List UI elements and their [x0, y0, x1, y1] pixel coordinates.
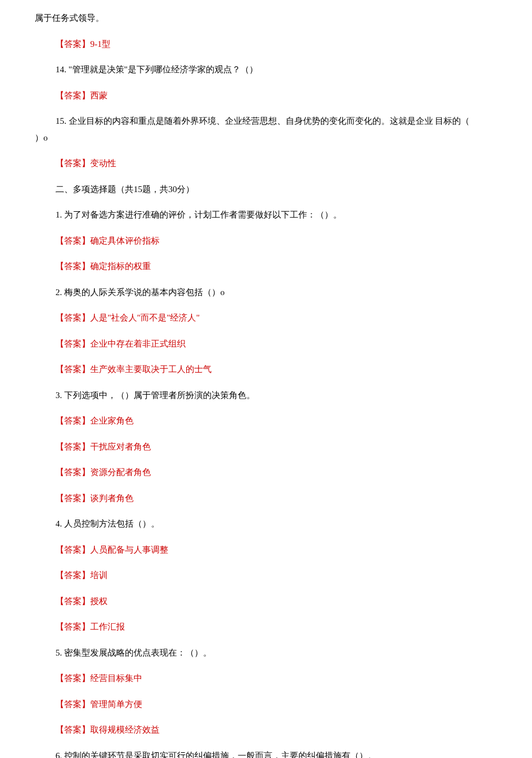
- answer-line: 【答案】管理简单方便: [35, 698, 497, 711]
- question-line: 6. 控制的关键环节是采取切实可行的纠偏措施，一般而言，主要的纠偏措施有（）。: [35, 749, 497, 759]
- question-line: 2. 梅奥的人际关系学说的基本内容包括（）o: [35, 286, 497, 299]
- answer-line: 【答案】确定具体评价指标: [35, 234, 497, 248]
- question-text: 15. 企业目标的内容和重点是随着外界环境、企业经营思想、自身优势的变化而变化的…: [56, 116, 470, 126]
- section-heading: 二、多项选择题（共15题，共30分）: [35, 183, 497, 196]
- answer-text: 企业中存在着非正式组织: [90, 339, 186, 348]
- answer-tag: 【答案】: [56, 674, 90, 683]
- answer-tag: 【答案】: [56, 622, 90, 631]
- question-line-cont: ）o: [35, 131, 497, 145]
- answer-text: 西蒙: [90, 91, 108, 100]
- question-text: ）o: [35, 133, 48, 142]
- answer-text: 确定具体评价指标: [90, 236, 160, 245]
- question-text: 6. 控制的关键环节是采取切实可行的纠偏措施，一般而言，主要的纠偏措施有（）。: [56, 751, 376, 759]
- heading-text: 二、多项选择题（共15题，共30分）: [56, 185, 194, 194]
- answer-line: 【答案】授权: [35, 595, 497, 608]
- answer-text: 企业家角色: [90, 416, 134, 425]
- answer-line: 【答案】培训: [35, 569, 497, 582]
- question-text: 属于任务式领导。: [35, 13, 104, 23]
- answer-tag: 【答案】: [56, 494, 90, 503]
- answer-line: 【答案】变动性: [35, 157, 497, 170]
- answer-line: 【答案】经营目标集中: [35, 672, 497, 685]
- answer-text: 谈判者角色: [90, 494, 134, 503]
- answer-text: 人员配备与人事调整: [90, 545, 168, 554]
- question-text: 2. 梅奥的人际关系学说的基本内容包括（）o: [56, 288, 225, 297]
- text-line: 属于任务式领导。: [35, 12, 497, 25]
- question-line: 14. "管理就是决策"是下列哪位经济学家的观点？（）: [35, 63, 497, 76]
- answer-tag: 【答案】: [56, 262, 90, 271]
- answer-tag: 【答案】: [56, 442, 90, 451]
- question-text: 3. 下列选项中，（）属于管理者所扮演的决策角色。: [56, 391, 255, 400]
- answer-text: 确定指标的权重: [90, 262, 151, 271]
- answer-tag: 【答案】: [56, 339, 90, 348]
- answer-line: 【答案】取得规模经济效益: [35, 723, 497, 737]
- answer-line: 【答案】9-1型: [35, 38, 497, 51]
- answer-line: 【答案】资源分配者角色: [35, 466, 497, 479]
- question-line: 5. 密集型发展战略的优点表现在：（）。: [35, 646, 497, 660]
- answer-tag: 【答案】: [56, 468, 90, 477]
- answer-line: 【答案】生产效率主要取决于工人的士气: [35, 363, 497, 376]
- answer-line: 【答案】企业中存在着非正式组织: [35, 337, 497, 351]
- answer-text: 工作汇报: [90, 622, 125, 631]
- answer-line: 【答案】工作汇报: [35, 620, 497, 634]
- answer-text: 生产效率主要取决于工人的士气: [90, 365, 212, 374]
- answer-tag: 【答案】: [56, 700, 90, 709]
- answer-text: 人是"社会人"而不是"经济人": [90, 313, 200, 322]
- answer-text: 授权: [90, 597, 108, 606]
- answer-tag: 【答案】: [56, 416, 90, 425]
- question-line: 15. 企业目标的内容和重点是随着外界环境、企业经营思想、自身优势的变化而变化的…: [35, 115, 497, 128]
- answer-line: 【答案】西蒙: [35, 89, 497, 102]
- answer-tag: 【答案】: [56, 597, 90, 606]
- answer-tag: 【答案】: [56, 39, 90, 49]
- answer-text: 9-1型: [90, 39, 110, 49]
- answer-tag: 【答案】: [56, 365, 90, 374]
- answer-tag: 【答案】: [56, 159, 90, 168]
- answer-line: 【答案】人是"社会人"而不是"经济人": [35, 311, 497, 325]
- answer-text: 管理简单方便: [90, 700, 142, 709]
- question-text: 5. 密集型发展战略的优点表现在：（）。: [56, 648, 212, 657]
- answer-text: 变动性: [90, 159, 116, 168]
- question-text: 14. "管理就是决策"是下列哪位经济学家的观点？（）: [56, 65, 258, 74]
- answer-tag: 【答案】: [56, 236, 90, 245]
- question-line: 1. 为了对备选方案进行准确的评价，计划工作者需要做好以下工作：（）。: [35, 208, 497, 222]
- answer-line: 【答案】确定指标的权重: [35, 260, 497, 273]
- answer-line: 【答案】干扰应对者角色: [35, 440, 497, 454]
- answer-text: 资源分配者角色: [90, 468, 151, 477]
- answer-text: 经营目标集中: [90, 674, 142, 683]
- answer-text: 干扰应对者角色: [90, 442, 151, 451]
- answer-tag: 【答案】: [56, 571, 90, 580]
- question-text: 4. 人员控制方法包括（）。: [56, 519, 160, 528]
- question-text: 1. 为了对备选方案进行准确的评价，计划工作者需要做好以下工作：（）。: [56, 210, 342, 219]
- answer-line: 【答案】企业家角色: [35, 414, 497, 428]
- answer-text: 培训: [90, 571, 108, 580]
- question-line: 4. 人员控制方法包括（）。: [35, 517, 497, 531]
- answer-line: 【答案】谈判者角色: [35, 492, 497, 505]
- answer-tag: 【答案】: [56, 313, 90, 322]
- answer-tag: 【答案】: [56, 545, 90, 554]
- answer-tag: 【答案】: [56, 91, 90, 100]
- answer-line: 【答案】人员配备与人事调整: [35, 543, 497, 557]
- answer-tag: 【答案】: [56, 725, 90, 734]
- answer-text: 取得规模经济效益: [90, 725, 160, 734]
- question-line: 3. 下列选项中，（）属于管理者所扮演的决策角色。: [35, 389, 497, 402]
